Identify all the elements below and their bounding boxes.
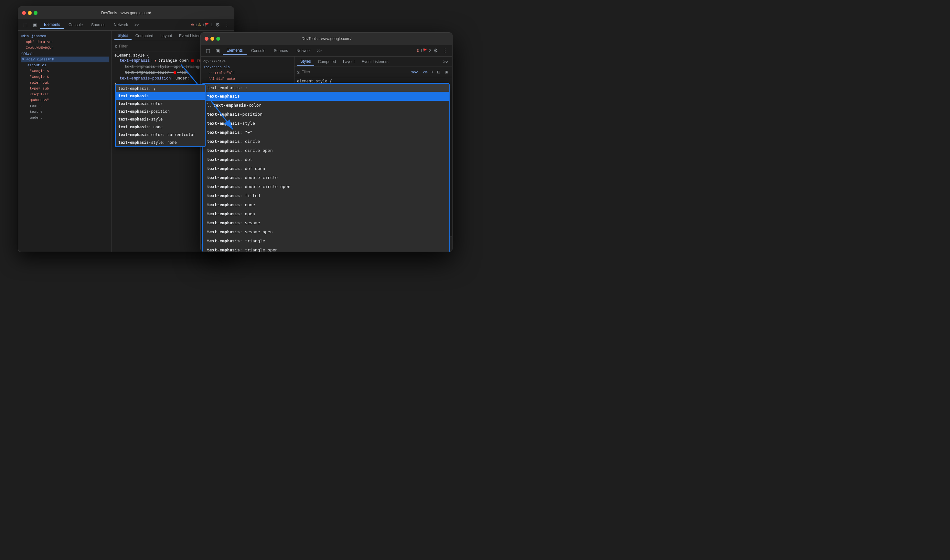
subtab-layout-front[interactable]: Layout	[340, 58, 358, 65]
dom-content-back: <div jsname= 8pb" data-ved IAxUqWUEAHQU4…	[18, 31, 111, 122]
dom-line: Q4dUDCBs"	[21, 97, 109, 103]
autocomplete-front-item-11[interactable]: text-emphasis: filled	[294, 191, 449, 200]
subtoolbar-front: Styles Computed Layout Event Listeners >…	[294, 57, 452, 67]
autocomplete-front-item-3[interactable]: text-emphasis-style	[294, 119, 449, 128]
autocomplete-input-front[interactable]: text-emphasis: ;	[294, 84, 449, 92]
dom-line: type="sub	[21, 86, 109, 91]
tab-sources-front[interactable]: Sources	[270, 47, 292, 54]
filter-input-front[interactable]	[302, 70, 408, 74]
autocomplete-front-item-8[interactable]: text-emphasis: dot open	[294, 164, 449, 173]
autocomplete-front-item-15[interactable]: text-emphasis: sesame open	[294, 228, 449, 237]
subtab-computed-back[interactable]: Computed	[132, 32, 157, 39]
subtab-computed-front[interactable]: Computed	[315, 58, 339, 65]
autocomplete-input-back[interactable]: text-emphasis: ;	[116, 85, 205, 92]
subtab-events-front[interactable]: Event Listeners	[359, 58, 392, 65]
dom-line: "Google S	[21, 68, 109, 74]
autocomplete-back[interactable]: text-emphasis: ; text-emphasis text-emph…	[115, 84, 206, 147]
autocomplete-item-2-back[interactable]: text-emphasis-position	[116, 108, 205, 115]
filter-add-front[interactable]: +	[431, 69, 434, 75]
settings-icon-front[interactable]: ⚙	[431, 46, 440, 55]
tab-network-back[interactable]: Network	[110, 22, 132, 28]
autocomplete-item-4-back[interactable]: text-emphasis: none	[116, 123, 205, 131]
autocomplete-front-item-13[interactable]: text-emphasis: open	[294, 209, 449, 218]
tab-sources-back[interactable]: Sources	[87, 22, 109, 28]
autocomplete-item-0-back[interactable]: text-emphasis	[116, 92, 205, 100]
autocomplete-item-1-back[interactable]: text-emphasis-color	[116, 100, 205, 108]
tab-console-back[interactable]: Console	[65, 22, 87, 28]
dom-line: IAxUqWUEAHQU4	[21, 45, 109, 51]
titlebar-back: DevTools - www.google.com/	[18, 7, 234, 19]
dom-line: KEwjS1ZLI	[21, 91, 109, 97]
autocomplete-input-text-back: text-emphasis: ;	[118, 86, 156, 91]
more-tabs-front[interactable]: >>	[315, 47, 323, 54]
dom-line: <input cl	[21, 62, 109, 68]
autocomplete-front-item-5[interactable]: text-emphasis: circle	[294, 137, 449, 146]
autocomplete-item-5-back[interactable]: text-emphasis-color: currentcolor	[116, 131, 205, 138]
autocomplete-front-item-17[interactable]: text-emphasis: triangle open	[294, 246, 449, 252]
autocomplete-item-6-back[interactable]: text-emphasis-style: none	[116, 138, 205, 146]
autocomplete-front-item-6[interactable]: text-emphasis: circle open	[294, 146, 449, 155]
dom-line: </div>	[21, 51, 109, 57]
autocomplete-front-item-0[interactable]: text-emphasis	[294, 92, 449, 101]
dom-line: 8pb" data-ved	[21, 39, 109, 45]
close-button-back[interactable]	[22, 11, 26, 15]
traffic-lights-back[interactable]	[22, 11, 37, 15]
more-vert-icon-front[interactable]: ⋮	[440, 46, 450, 55]
subtab-styles-front[interactable]: Styles	[297, 58, 314, 66]
filter-cls-front[interactable]: .cls	[421, 69, 429, 75]
dom-line: text-e	[21, 109, 109, 115]
window-title-front: DevTools - www.google.com/	[302, 37, 351, 41]
filter-icon-front: ⧖	[297, 70, 300, 74]
autocomplete-front[interactable]: text-emphasis: ; text-emphasis l.text-em…	[294, 83, 450, 252]
autocomplete-front-item-9[interactable]: text-emphasis: double-circle	[294, 173, 449, 182]
error-badge-front: ⊗ 1	[416, 48, 422, 53]
filter-bar-front: ⧖ :hov .cls + ⊟ ▣	[294, 67, 452, 77]
more-tabs-icon-front[interactable]: >>	[442, 58, 450, 65]
cursor-icon[interactable]: ⬚	[21, 20, 30, 29]
autocomplete-front-item-16[interactable]: text-emphasis: triangle	[294, 237, 449, 246]
maximize-button-back[interactable]	[34, 11, 37, 15]
error-count-front: 1	[420, 49, 422, 53]
subtab-styles-back[interactable]: Styles	[114, 32, 132, 40]
autocomplete-front-item-4[interactable]: text-emphasis: "❤"	[294, 128, 449, 137]
styles-panel-front: Styles Computed Layout Event Listeners >…	[294, 57, 452, 252]
dom-line: "Google S	[21, 74, 109, 80]
more-tabs-back[interactable]: >>	[132, 22, 141, 28]
autocomplete-front-item-12[interactable]: text-emphasis: none	[294, 200, 449, 209]
dom-panel-back: <div jsname= 8pb" data-ved IAxUqWUEAHQU4…	[18, 31, 112, 252]
dom-line: under;	[21, 115, 109, 120]
window-title-back: DevTools - www.google.com/	[101, 11, 151, 15]
layout-icon-front[interactable]: ▣	[443, 69, 450, 75]
autocomplete-front-item-10[interactable]: text-emphasis: double-circle open	[294, 182, 449, 191]
autocomplete-item-3-back[interactable]: text-emphasis-style	[116, 115, 205, 123]
info-icon-front: 🚩	[423, 48, 428, 53]
dom-line: text-e	[21, 103, 109, 109]
autocomplete-front-item-2[interactable]: text-emphasis-position	[294, 110, 449, 119]
error-icon-front: ⊗	[416, 48, 419, 53]
autocomplete-front-item-1[interactable]: l.text-emphasis-color	[294, 101, 449, 110]
dom-line: <div jsname=	[21, 33, 109, 39]
minimize-button-back[interactable]	[28, 11, 32, 15]
autocomplete-front-item-7[interactable]: text-emphasis: dot	[294, 155, 449, 164]
info-count-front: 2	[429, 49, 431, 53]
autocomplete-front-item-14[interactable]: text-emphasis: sesame	[294, 218, 449, 228]
computed-icon-front[interactable]: ⊟	[436, 69, 442, 75]
subtoolbar-icons-front: >>	[442, 58, 450, 65]
dom-line[interactable]: ▼ <div class="F	[21, 57, 109, 62]
dom-line: role="but	[21, 80, 109, 86]
filter-hov-front[interactable]: :hov	[410, 69, 419, 75]
info-badge-front: 🚩 2	[423, 48, 431, 53]
tab-network-front[interactable]: Network	[293, 47, 314, 54]
tab-elements-back[interactable]: Elements	[40, 21, 64, 29]
filter-icon-back: ⧖	[114, 44, 117, 48]
layers-icon[interactable]: ▣	[31, 20, 39, 29]
